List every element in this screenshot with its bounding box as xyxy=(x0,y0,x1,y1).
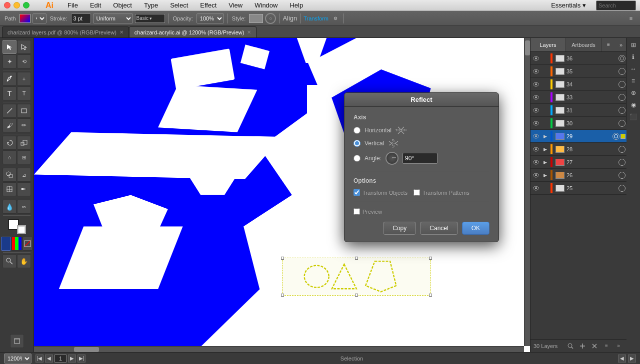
handle-tc[interactable] xyxy=(355,257,358,260)
tab-charizard-acrylic[interactable]: charizard-acrylic.ai @ 1200% (RGB/Previe… xyxy=(129,26,257,37)
perspective-tool[interactable]: ⊿ xyxy=(17,168,31,182)
layer-row-28[interactable]: ▶ 28 xyxy=(530,143,626,156)
layer-circle-29[interactable] xyxy=(612,133,620,140)
rotate-tool[interactable] xyxy=(2,136,16,150)
layer-visibility-28[interactable] xyxy=(532,145,540,154)
tab-close-active-icon[interactable]: ✕ xyxy=(247,29,251,35)
horizontal-radio[interactable] xyxy=(354,127,360,134)
paintbrush-tool[interactable]: 🖌 xyxy=(2,118,16,132)
next-page-button[interactable]: ▶ xyxy=(68,355,76,363)
style-swatch[interactable] xyxy=(249,14,263,23)
layer-row-26[interactable]: ▶ 26 xyxy=(530,169,626,182)
stroke-profile-display[interactable]: Basic▾ xyxy=(135,14,165,23)
handle-bc[interactable] xyxy=(355,294,358,297)
transform-icon[interactable]: ↔ xyxy=(628,64,638,74)
menu-effect[interactable]: Effect xyxy=(198,1,218,9)
warp-tool[interactable]: ⌂ xyxy=(2,150,16,164)
layer-circle-27[interactable] xyxy=(618,159,626,166)
layer-row-30[interactable]: 30 xyxy=(530,117,626,130)
minimize-button[interactable] xyxy=(14,2,20,8)
stroke-weight-input[interactable] xyxy=(71,13,91,23)
page-number-input[interactable] xyxy=(54,355,66,363)
fill-color-button[interactable] xyxy=(1,237,11,251)
layer-visibility-26[interactable] xyxy=(532,171,540,180)
gradient-tool[interactable] xyxy=(17,182,31,196)
panel-expand-button[interactable]: » xyxy=(616,38,626,52)
align-button[interactable]: Align xyxy=(282,14,297,22)
menu-type[interactable]: Type xyxy=(142,1,160,9)
prev-page-button[interactable]: ◀ xyxy=(45,355,53,363)
layer-expand-29[interactable]: ▶ xyxy=(542,133,548,140)
layer-circle-36[interactable] xyxy=(618,55,626,62)
layer-circle-35[interactable] xyxy=(618,68,626,75)
expand-panel-btn[interactable]: » xyxy=(614,341,624,351)
hand-tool[interactable]: ✋ xyxy=(17,254,31,268)
layer-visibility-29[interactable] xyxy=(532,132,540,141)
magic-wand-tool[interactable]: ✦ xyxy=(2,54,16,68)
layer-visibility-36[interactable] xyxy=(532,54,540,63)
layer-row-36[interactable]: 36 xyxy=(530,52,626,65)
zoom-tool[interactable] xyxy=(2,254,16,268)
layer-circle-34[interactable] xyxy=(618,81,626,88)
touch-type-tool[interactable]: T xyxy=(17,86,31,100)
angle-dial[interactable] xyxy=(386,152,398,165)
panel-options-button[interactable]: ≡ xyxy=(625,13,637,23)
layer-visibility-35[interactable] xyxy=(532,67,540,76)
scale-tool[interactable] xyxy=(17,136,31,150)
menu-view[interactable]: View xyxy=(226,1,244,9)
artboards-tab[interactable]: Artboards xyxy=(566,38,602,51)
layer-visibility-25[interactable] xyxy=(532,184,540,193)
color-icon[interactable]: ◉ xyxy=(628,100,638,110)
properties-icon[interactable]: ℹ xyxy=(628,52,638,62)
layer-circle-28[interactable] xyxy=(618,146,626,153)
type-tool[interactable]: T xyxy=(2,86,16,100)
stroke-weight-unit[interactable]: ▾ xyxy=(32,13,46,23)
lasso-tool[interactable]: ⟲ xyxy=(17,54,31,68)
direct-selection-tool[interactable] xyxy=(17,40,31,54)
next-artboard-button[interactable]: ▶ xyxy=(628,355,636,363)
layer-row-34[interactable]: 34 xyxy=(530,78,626,91)
menu-file[interactable]: File xyxy=(66,1,80,9)
layers-tab[interactable]: Layers xyxy=(530,38,566,51)
handle-tr[interactable] xyxy=(429,257,432,260)
transform-patterns-checkbox[interactable] xyxy=(414,189,420,196)
delete-layer-button[interactable] xyxy=(590,341,600,351)
menu-object[interactable]: Object xyxy=(111,1,134,9)
free-transform-tool[interactable]: ⊞ xyxy=(17,150,31,164)
add-layer-button[interactable] xyxy=(578,341,588,351)
layer-row-29[interactable]: ▶ 29 xyxy=(530,130,626,143)
layer-row-25[interactable]: 25 xyxy=(530,182,626,195)
first-page-button[interactable]: |◀ xyxy=(36,355,44,363)
layer-expand-26[interactable]: ▶ xyxy=(542,172,548,179)
layer-circle-31[interactable] xyxy=(618,107,626,114)
panel-menu-button[interactable]: ≡ xyxy=(602,38,616,52)
layer-expand-28[interactable]: ▶ xyxy=(542,146,548,153)
angle-input[interactable] xyxy=(402,153,438,164)
none-fill-button[interactable] xyxy=(22,237,32,251)
vertical-radio[interactable] xyxy=(354,140,360,147)
layer-row-27[interactable]: ▶ 27 xyxy=(530,156,626,169)
layer-visibility-27[interactable] xyxy=(532,158,540,167)
maximize-button[interactable] xyxy=(23,2,30,8)
zoom-select[interactable]: 1200% xyxy=(4,354,32,364)
handle-br[interactable] xyxy=(429,294,432,297)
layer-row-33[interactable]: 33 xyxy=(530,91,626,104)
layer-row-35[interactable]: 35 xyxy=(530,65,626,78)
handle-bl[interactable] xyxy=(281,294,284,297)
selection-tool[interactable] xyxy=(2,40,16,54)
cancel-button[interactable]: Cancel xyxy=(420,222,458,235)
align-panel-icon[interactable]: ≡ xyxy=(628,76,638,86)
artboard-tool[interactable] xyxy=(10,334,24,348)
rectangle-tool[interactable] xyxy=(17,104,31,118)
line-segment-tool[interactable] xyxy=(2,104,16,118)
add-anchor-tool[interactable]: + xyxy=(17,72,31,86)
search-input[interactable] xyxy=(596,0,636,10)
canvas-hscroll[interactable] xyxy=(34,346,524,352)
hscroll-thumb[interactable] xyxy=(74,347,99,352)
transform-button[interactable]: Transform xyxy=(304,15,328,21)
prev-artboard-button[interactable]: ◀ xyxy=(618,355,626,363)
tab-charizard-layers[interactable]: charizard layers.pdf @ 800% (RGB/Preview… xyxy=(2,26,129,37)
layer-circle-25[interactable] xyxy=(618,185,626,192)
layer-circle-26[interactable] xyxy=(618,172,626,179)
last-page-button[interactable]: ▶| xyxy=(78,355,86,363)
